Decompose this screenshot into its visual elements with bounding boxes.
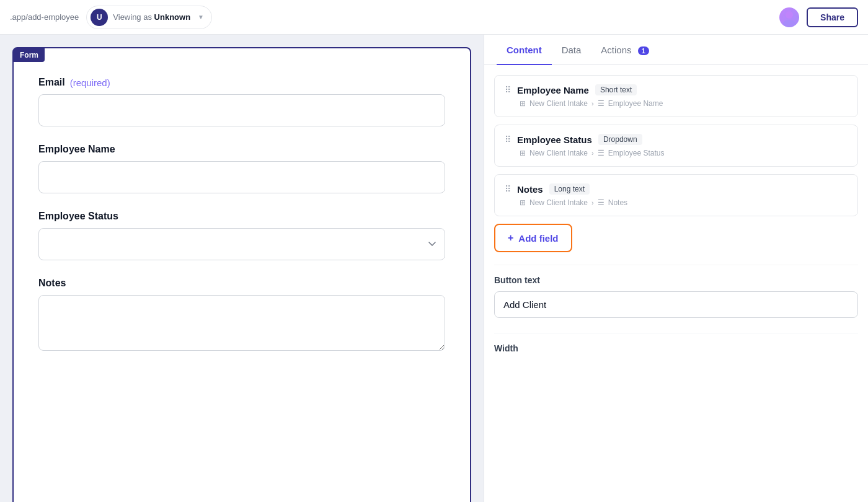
button-text-section: Button text [494,275,858,330]
tab-actions[interactable]: Actions 1 [591,35,659,65]
arrow-icon: › [591,100,594,107]
field-name-notes: Notes [517,184,543,195]
chevron-down-icon: ▼ [198,14,204,20]
field-icon-3: ☰ [598,198,604,207]
field-icon-2: ☰ [598,149,604,157]
panel-content: ⠿ Employee Name Short text ⊞ New Client … [484,65,868,369]
drag-handle-icon-2[interactable]: ⠿ [505,134,511,144]
employee-name-input[interactable] [38,161,445,193]
svg-point-0 [786,11,793,19]
form-content: Email (required) Employee Name Employee … [14,62,470,385]
tab-content[interactable]: Content [497,35,552,65]
topbar-right: Share [779,7,858,27]
email-field-group: Email (required) [38,77,445,126]
table-icon: ⊞ [520,99,526,108]
employee-status-label: Employee Status [38,211,445,222]
share-button[interactable]: Share [807,7,858,27]
field-card-source-notes: ⊞ New Client Intake › ☰ Notes [505,198,848,207]
field-card-source-employee-status: ⊞ New Client Intake › ☰ Employee Status [505,149,848,157]
actions-badge: 1 [638,46,649,55]
plus-icon: + [508,232,513,244]
employee-status-select[interactable] [38,228,445,260]
user-profile-avatar[interactable] [779,7,799,27]
field-type-short-text: Short text [595,84,637,95]
viewing-text: Viewing as Unknown [113,12,190,22]
form-container: Form Email (required) Employee Name [12,47,471,502]
main-layout: Form Email (required) Employee Name [0,35,868,502]
required-text: (required) [70,77,110,88]
divider [494,265,858,265]
field-card-top-3: ⠿ Notes Long text [505,183,848,195]
field-card-top-2: ⠿ Employee Status Dropdown [505,134,848,145]
field-icon: ☰ [598,99,604,108]
employee-name-label: Employee Name [38,144,445,155]
right-panel: Content Data Actions 1 ⠿ Employee Name S… [484,35,868,502]
notes-label: Notes [38,278,445,289]
field-name-employee-status: Employee Status [517,134,592,145]
drag-handle-icon-3[interactable]: ⠿ [505,184,511,194]
email-input[interactable] [38,94,445,126]
svg-point-1 [783,20,795,27]
topbar: .app/add-employee U Viewing as Unknown ▼… [0,0,868,35]
notes-textarea[interactable] [38,295,445,351]
field-type-long-text: Long text [549,183,590,195]
field-type-dropdown: Dropdown [598,134,642,145]
table-icon-2: ⊞ [520,149,526,157]
width-label: Width [494,343,858,353]
field-card-employee-name: ⠿ Employee Name Short text ⊞ New Client … [494,75,858,117]
field-card-employee-status: ⠿ Employee Status Dropdown ⊞ New Client … [494,125,858,167]
tab-data[interactable]: Data [552,35,591,65]
field-name-employee-name: Employee Name [517,85,589,95]
url-bar: .app/add-employee [10,12,79,22]
field-card-source-employee-name: ⊞ New Client Intake › ☰ Employee Name [505,99,848,108]
email-label: Email (required) [38,77,445,88]
form-panel: Form Email (required) Employee Name [0,35,484,502]
button-text-input[interactable] [494,291,858,318]
arrow-icon-3: › [591,199,594,206]
user-initial-avatar: U [91,9,108,26]
form-tag: Form [14,48,45,62]
user-avatar-pill[interactable]: U Viewing as Unknown ▼ [86,6,212,29]
drag-handle-icon[interactable]: ⠿ [505,85,511,95]
width-section: Width [494,343,858,353]
table-icon-3: ⊞ [520,198,526,207]
field-card-top: ⠿ Employee Name Short text [505,84,848,95]
divider-2 [494,333,858,333]
notes-field-group: Notes [38,278,445,353]
employee-name-field-group: Employee Name [38,144,445,193]
button-text-label: Button text [494,275,858,285]
tabs-row: Content Data Actions 1 [484,35,868,65]
field-card-notes: ⠿ Notes Long text ⊞ New Client Intake › … [494,174,858,216]
topbar-left: .app/add-employee U Viewing as Unknown ▼ [10,6,212,29]
arrow-icon-2: › [591,149,594,157]
add-field-label: Add field [518,233,558,244]
add-field-button[interactable]: + Add field [494,224,572,252]
employee-status-field-group: Employee Status [38,211,445,260]
